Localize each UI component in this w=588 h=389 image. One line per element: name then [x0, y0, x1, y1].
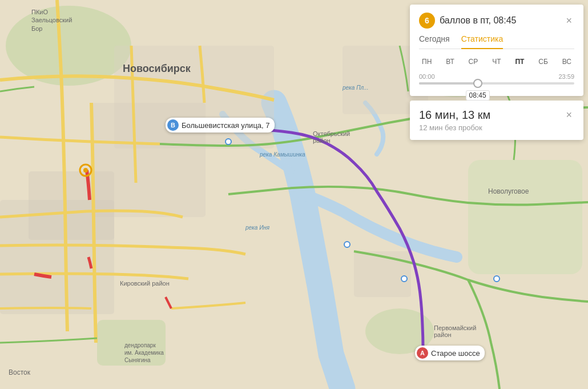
tabs-row: Сегодня Статистика: [419, 34, 574, 49]
traffic-panel: 6 баллов в пт, 08:45 × Сегодня Статистик…: [410, 5, 583, 96]
traffic-title: баллов в пт, 08:45: [440, 15, 516, 26]
ui-overlay: 6 баллов в пт, 08:45 × Сегодня Статистик…: [405, 0, 588, 140]
slider-fill: [419, 82, 475, 85]
traffic-close-button[interactable]: ×: [563, 14, 574, 27]
day-sun[interactable]: ВС: [559, 56, 574, 67]
route-close-button[interactable]: ×: [563, 109, 574, 121]
slider-time-label: 08:45: [466, 90, 490, 101]
map-container: Новосибирск ПКиОЗаельцовскийБор Октябрьс…: [0, 0, 588, 389]
tab-statistics[interactable]: Статистика: [461, 34, 504, 49]
svg-rect-11: [354, 251, 411, 297]
day-wed[interactable]: СР: [466, 56, 481, 67]
slider-track[interactable]: 08:45: [419, 82, 574, 85]
time-start: 00:00: [419, 73, 435, 80]
slider-thumb[interactable]: [473, 79, 482, 88]
day-sat[interactable]: СБ: [535, 56, 551, 67]
district-label-pervomaisky: Первомайскийрайон: [434, 324, 476, 338]
time-range-row: 00:00 23:59: [419, 73, 574, 80]
district-label-dendropark: дендропарким. АкадемикаСынягина: [124, 342, 164, 364]
district-label-pkio: ПКиОЗаельцовскийБор: [31, 8, 72, 33]
day-thu[interactable]: ЧТ: [489, 56, 504, 67]
district-label-kirovsky: Кировский район: [120, 280, 170, 287]
river-label-plyu: река Пл...: [343, 85, 368, 91]
svg-point-13: [344, 242, 350, 247]
route-duration: 16 мин, 13 км: [419, 109, 490, 122]
svg-point-17: [83, 168, 88, 173]
river-label-inya: река Иня: [245, 224, 269, 231]
day-tue[interactable]: ВТ: [443, 56, 457, 67]
route-header: 16 мин, 13 км 12 мин без пробок ×: [419, 109, 574, 132]
pin-a-badge: А: [417, 347, 428, 359]
svg-point-15: [494, 276, 500, 282]
days-row: ПН ВТ СР ЧТ ПТ СБ ВС: [419, 56, 574, 67]
city-label: Новосибирск: [123, 63, 191, 75]
pin-a-label: Старое шоссе: [431, 349, 480, 358]
tab-today[interactable]: Сегодня: [419, 34, 450, 49]
route-panel: 16 мин, 13 км 12 мин без пробок ×: [410, 101, 583, 140]
pin-b-badge: В: [167, 119, 179, 131]
pin-b[interactable]: В Большевистская улица, 7: [166, 118, 275, 133]
traffic-header: 6 баллов в пт, 08:45 ×: [419, 13, 574, 29]
district-label-oktyabrsky: Октябрьскийрайон: [313, 130, 350, 144]
traffic-score-badge: 6: [419, 13, 435, 29]
district-label-novolugovoe: Новолуговое: [488, 187, 529, 195]
river-label-kamyshinka: река Камышинка: [260, 151, 305, 158]
pin-a[interactable]: А Старое шоссе: [415, 346, 485, 360]
route-no-traffic: 12 мин без пробок: [419, 123, 490, 132]
svg-point-12: [225, 139, 231, 145]
district-label-vostok: Восток: [9, 368, 30, 376]
svg-rect-3: [468, 160, 582, 274]
day-fri[interactable]: ПТ: [512, 56, 527, 67]
svg-point-14: [401, 276, 407, 282]
time-end: 23:59: [558, 73, 574, 80]
day-mon[interactable]: ПН: [419, 56, 434, 67]
route-info: 16 мин, 13 км 12 мин без пробок: [419, 109, 490, 132]
pin-b-label: Большевистская улица, 7: [182, 121, 270, 130]
traffic-title-row: 6 баллов в пт, 08:45: [419, 13, 516, 29]
time-slider-container: 00:00 23:59 08:45: [419, 73, 574, 85]
